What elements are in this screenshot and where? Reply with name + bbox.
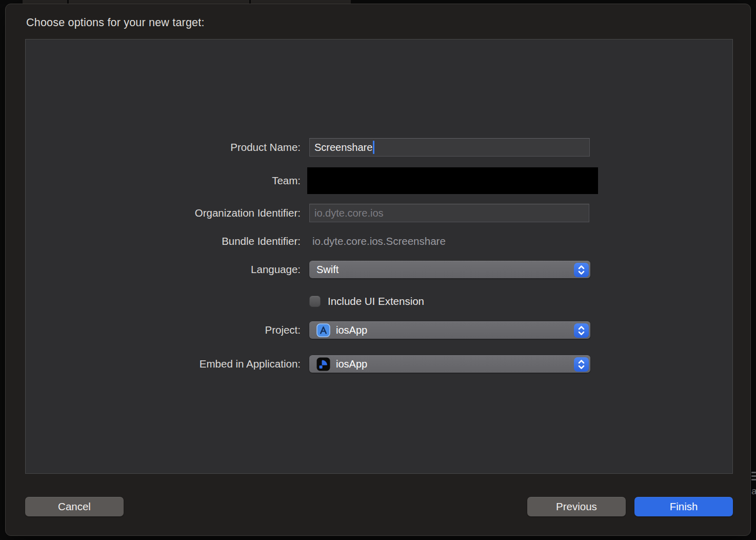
popup-stepper-icon <box>574 263 589 277</box>
options-panel <box>25 39 733 474</box>
project-popup[interactable]: iosApp <box>309 321 590 339</box>
team-label: Team: <box>6 171 301 190</box>
app-target-icon <box>316 357 330 371</box>
product-name-value: Screenshare <box>314 142 372 153</box>
popup-stepper-icon <box>574 323 589 338</box>
include-ui-extension-label: Include UI Extension <box>328 294 424 308</box>
project-value: iosApp <box>336 324 367 336</box>
text-caret <box>373 141 374 154</box>
project-label: Project: <box>6 321 301 339</box>
cancel-button[interactable]: Cancel <box>25 497 124 516</box>
previous-button[interactable]: Previous <box>527 497 626 516</box>
new-target-options-dialog: Choose options for your new target: Prod… <box>5 4 751 536</box>
bundle-identifier-value: io.dyte.core.ios.Screenshare <box>312 232 446 250</box>
clipped-lines-icon <box>751 472 756 480</box>
organization-identifier-input[interactable] <box>310 204 589 222</box>
embed-in-application-value: iosApp <box>336 358 367 370</box>
popup-stepper-icon <box>574 357 589 372</box>
embed-in-application-label: Embed in Application: <box>6 355 301 373</box>
language-value: Swift <box>316 264 339 276</box>
chevron-up-down-icon <box>578 359 585 370</box>
background-window-right-edge: a <box>751 470 756 531</box>
xcode-project-icon <box>316 323 330 337</box>
team-popup-redacted[interactable] <box>307 167 598 194</box>
clipped-text-fragment: a <box>751 486 756 497</box>
chevron-up-down-icon <box>578 265 585 275</box>
finish-button[interactable]: Finish <box>634 497 733 516</box>
product-name-input[interactable]: Screenshare <box>309 138 590 157</box>
language-popup[interactable]: Swift <box>309 261 590 278</box>
bundle-identifier-label: Bundle Identifier: <box>6 232 301 250</box>
chevron-up-down-icon <box>578 325 585 336</box>
product-name-label: Product Name: <box>6 138 301 157</box>
organization-identifier-field <box>309 204 589 222</box>
organization-identifier-label: Organization Identifier: <box>6 204 301 222</box>
language-label: Language: <box>6 260 301 279</box>
embed-in-application-popup[interactable]: iosApp <box>309 355 590 373</box>
include-ui-extension-checkbox[interactable] <box>309 296 321 307</box>
dialog-title: Choose options for your new target: <box>26 16 205 29</box>
